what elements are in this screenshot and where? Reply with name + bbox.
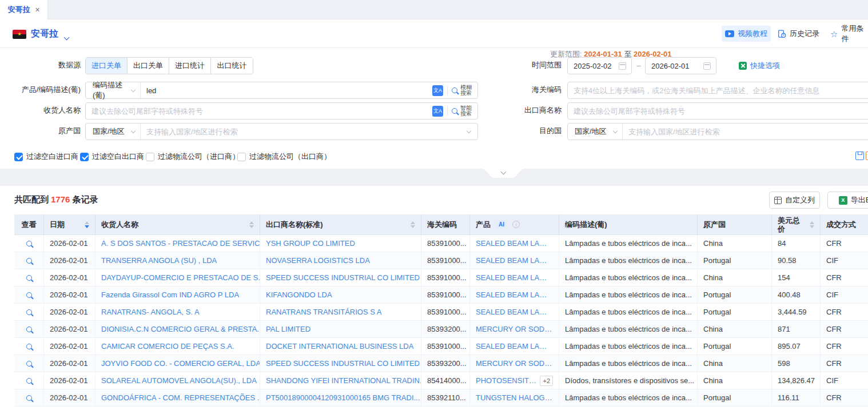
product-link[interactable]: TUNGSTEN HALOGEN... xyxy=(476,393,553,402)
product-mode-dropdown[interactable]: 编码描述(葡) xyxy=(86,82,141,98)
view-button[interactable] xyxy=(14,286,44,303)
view-button[interactable] xyxy=(14,389,44,406)
origin-mode-value: 国家/地区 xyxy=(93,126,125,137)
col-value[interactable]: 美元总价 xyxy=(772,214,821,234)
cell-hs-code: 85393200... xyxy=(421,355,470,372)
collapse-filters-handle[interactable] xyxy=(483,169,523,178)
calendar-icon[interactable] xyxy=(619,62,626,70)
product-link[interactable]: SEALED BEAM LAMP ... xyxy=(476,342,553,351)
cell-exporter-link[interactable]: PAL LIMITED xyxy=(260,321,421,337)
product-link[interactable]: SEALED BEAM LAMP ... xyxy=(476,256,553,265)
cell-exporter-link[interactable]: SPEED SUCCESS INDUSTRIAL CO LIMITED xyxy=(260,355,421,372)
product-extra-badge[interactable]: +2 xyxy=(540,376,553,386)
view-button[interactable] xyxy=(14,235,44,252)
cell-consignee-link[interactable]: RANATRANS- ANGOLA, S. A xyxy=(95,304,260,320)
cell-consignee-link[interactable]: DIONISIA.C.N COMERCIO GERAL & PRESTA... xyxy=(95,321,260,337)
cell-consignee-link[interactable]: JOYVIO FOOD CO. - COMERCIO GERAL, LDA xyxy=(95,355,260,372)
tab-export-statistics[interactable]: 出口统计 xyxy=(211,58,253,74)
cell-consignee-link[interactable]: A. S DOS SANTOS - PRESTACAO DE SERVIC... xyxy=(95,235,260,252)
view-button[interactable] xyxy=(14,252,44,269)
checkbox-icon[interactable] xyxy=(146,153,154,161)
cell-consignee-link[interactable]: Fazenda Girassol Com IND AGRO P LDA xyxy=(95,286,260,303)
cell-date: 2026-02-01 xyxy=(44,338,95,355)
filter-blank-exporter-checkbox[interactable]: 过滤空白出口商 xyxy=(80,152,144,162)
cell-consignee-link[interactable]: CAMICAR COMERCIO DE PEÇAS S.A. xyxy=(95,338,260,355)
product-link[interactable]: SEALED BEAM LAMP ... xyxy=(476,273,553,282)
view-button[interactable] xyxy=(14,338,44,355)
cell-exporter-link[interactable]: KIFANGONDO LDA xyxy=(260,286,421,303)
filter-logistics-importer-checkbox[interactable]: 过滤物流公司（进口商） xyxy=(146,152,240,162)
origin-input[interactable] xyxy=(141,128,467,136)
origin-mode-dropdown[interactable]: 国家/地区 xyxy=(86,124,141,140)
view-button[interactable] xyxy=(14,321,44,337)
video-tutorial-button[interactable]: 视频教程 xyxy=(722,26,771,42)
cell-exporter-link[interactable]: SHANDONG YIFEI INTERNATIONAL TRADIN... xyxy=(260,372,421,389)
product-link[interactable]: SEALED BEAM LAMP ... xyxy=(476,290,553,299)
sort-icon[interactable] xyxy=(85,221,89,228)
view-icon xyxy=(26,344,32,349)
tab-import-statistics[interactable]: 进口统计 xyxy=(169,58,211,74)
filter-logistics-exporter-checkbox[interactable]: 过滤物流公司（出口商） xyxy=(237,152,331,162)
favorites-button[interactable]: ☆ 常用条件 xyxy=(830,26,868,42)
cell-exporter-link[interactable]: NOVASERRA LOGISTICS LDA xyxy=(260,252,421,269)
product-link[interactable]: SEALED BEAM LAMP ... xyxy=(476,239,553,248)
cell-consignee-link[interactable]: SOLAREAL AUTOMOVEL ANGOLA(SU)., LDA xyxy=(95,372,260,389)
tab-import-declarations[interactable]: 进口关单 xyxy=(86,58,128,74)
view-button[interactable] xyxy=(14,355,44,372)
cell-consignee-link[interactable]: GONDOÁFRICA - COM. REPRESENTAÇÕES ... xyxy=(95,389,260,406)
tab-angola[interactable]: 安哥拉 × xyxy=(0,0,48,19)
checkbox-icon[interactable] xyxy=(237,153,246,161)
product-link[interactable]: PHOTOSENSITIV... xyxy=(476,376,536,385)
info-icon[interactable] xyxy=(512,221,520,228)
sort-icon[interactable] xyxy=(411,221,415,228)
cell-exporter-link[interactable]: RANATRANS TRANSITÁRIOS S A xyxy=(260,304,421,320)
date-start-input[interactable]: 2025-02-02 xyxy=(567,57,632,74)
consignee-input[interactable] xyxy=(86,107,432,116)
calendar-icon[interactable] xyxy=(703,62,711,70)
filter-blank-importer-checkbox[interactable]: 过滤空白进口商 xyxy=(14,152,78,162)
product-link[interactable]: SEALED BEAM LAMP ... xyxy=(476,308,553,316)
col-description: 编码描述(葡) xyxy=(559,214,698,234)
cell-exporter-link[interactable]: YSH GROUP CO LIMITED xyxy=(260,235,421,252)
cell-exporter-link[interactable]: PT50018900004120931000165 BMG TRADI... xyxy=(260,389,421,406)
checkbox-icon[interactable] xyxy=(14,153,23,161)
col-date[interactable]: 日期 xyxy=(44,214,95,234)
tab-export-declarations[interactable]: 出口关单 xyxy=(128,58,169,74)
date-end-input[interactable]: 2026-02-01 xyxy=(645,57,716,74)
cell-consignee-link[interactable]: TRANSERRA ANGOLA (SU) , LDA xyxy=(95,252,260,269)
sort-icon[interactable] xyxy=(249,221,254,228)
view-icon xyxy=(26,258,32,264)
translate-icon[interactable]: 文A xyxy=(432,85,443,96)
product-link[interactable]: MERCURY OR SODIU... xyxy=(476,359,553,368)
destination-mode-dropdown[interactable]: 国家/地区 xyxy=(568,124,623,140)
view-button[interactable] xyxy=(14,372,44,389)
exporter-input[interactable] xyxy=(568,107,868,116)
view-button[interactable] xyxy=(14,304,44,320)
col-consignee[interactable]: 收货人名称 xyxy=(95,214,260,234)
hs-code-input[interactable] xyxy=(568,86,868,95)
close-icon[interactable]: × xyxy=(35,6,39,14)
view-button[interactable] xyxy=(14,269,44,286)
country-title[interactable]: 安哥拉 xyxy=(31,28,58,40)
quick-options-button[interactable]: 快捷选项 xyxy=(739,57,780,74)
checkbox-icon[interactable] xyxy=(80,153,89,161)
product-link[interactable]: MERCURY OR SODIU... xyxy=(476,325,553,333)
destination-input[interactable] xyxy=(623,128,868,136)
cell-consignee-link[interactable]: DAYDAYUP-COMERCIO E PRESTACAO DE S... xyxy=(95,269,260,286)
customize-columns-button[interactable]: 自定义列 xyxy=(769,192,820,209)
cell-hs-code: 85393200... xyxy=(421,321,470,337)
cell-exporter-link[interactable]: SPEED SUCCESS INDUSTRIAL CO LIMITED xyxy=(260,269,421,286)
chevron-down-icon[interactable] xyxy=(65,31,69,42)
history-button[interactable]: 历史记录 xyxy=(778,26,819,42)
cell-hs-code: 85391000... xyxy=(421,304,470,320)
translate-icon[interactable]: 文A xyxy=(432,106,443,117)
cell-product: MERCURY OR SODIU... xyxy=(470,321,559,337)
date-end-value: 2026-02-01 xyxy=(646,62,690,70)
cell-description: Lâmpadas e tubos eléctricos de inca... xyxy=(559,269,698,286)
save-icon[interactable] xyxy=(855,152,864,160)
cell-exporter-link[interactable]: DOCKET INTERNATIONAL BUSINESS LDA xyxy=(260,338,421,355)
col-exporter[interactable]: 出口商名称(标准) xyxy=(260,214,421,234)
product-input[interactable] xyxy=(141,86,432,95)
export-excel-button[interactable]: 导出Exc xyxy=(827,192,868,209)
sort-icon[interactable] xyxy=(810,221,814,228)
